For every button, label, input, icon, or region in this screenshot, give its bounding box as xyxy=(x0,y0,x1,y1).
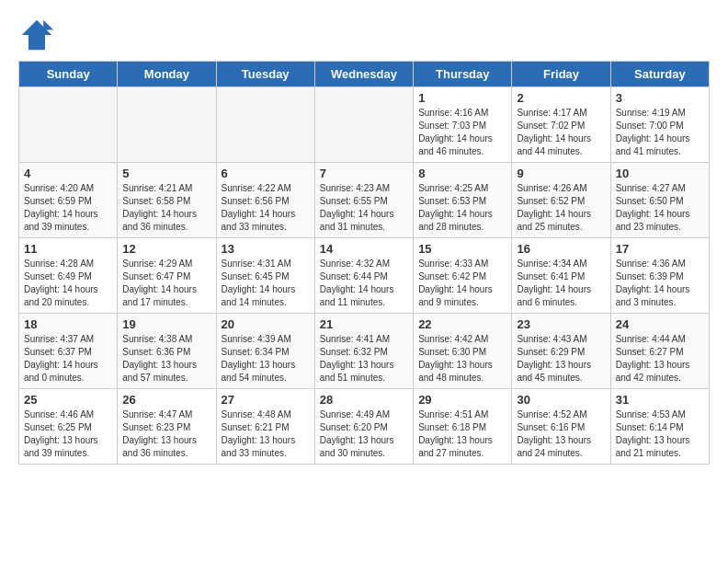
day-info: Sunrise: 4:29 AM Sunset: 6:47 PM Dayligh… xyxy=(122,258,210,309)
calendar-day-cell: 12Sunrise: 4:29 AM Sunset: 6:47 PM Dayli… xyxy=(118,238,216,314)
calendar-day-cell: 17Sunrise: 4:36 AM Sunset: 6:39 PM Dayli… xyxy=(610,238,709,314)
day-info: Sunrise: 4:23 AM Sunset: 6:55 PM Dayligh… xyxy=(320,182,408,234)
calendar-day-cell xyxy=(216,87,314,163)
day-number: 9 xyxy=(517,167,605,180)
calendar-day-header: Thursday xyxy=(414,62,512,87)
day-info: Sunrise: 4:46 AM Sunset: 6:25 PM Dayligh… xyxy=(24,408,112,460)
calendar-day-cell: 7Sunrise: 4:23 AM Sunset: 6:55 PM Daylig… xyxy=(314,163,413,238)
day-number: 22 xyxy=(418,317,506,331)
day-info: Sunrise: 4:19 AM Sunset: 7:00 PM Dayligh… xyxy=(616,107,704,158)
calendar-day-header: Tuesday xyxy=(216,62,314,87)
day-number: 18 xyxy=(24,317,112,331)
header xyxy=(18,18,710,52)
calendar-day-header: Saturday xyxy=(610,62,709,87)
day-number: 11 xyxy=(24,242,112,256)
calendar-day-cell: 4Sunrise: 4:20 AM Sunset: 6:59 PM Daylig… xyxy=(19,163,118,238)
calendar-day-cell: 3Sunrise: 4:19 AM Sunset: 7:00 PM Daylig… xyxy=(610,87,709,163)
day-info: Sunrise: 4:26 AM Sunset: 6:52 PM Dayligh… xyxy=(517,182,605,234)
day-info: Sunrise: 4:53 AM Sunset: 6:14 PM Dayligh… xyxy=(616,408,704,460)
calendar-day-cell: 21Sunrise: 4:41 AM Sunset: 6:32 PM Dayli… xyxy=(314,314,413,389)
day-number: 26 xyxy=(122,393,210,407)
day-info: Sunrise: 4:21 AM Sunset: 6:58 PM Dayligh… xyxy=(122,182,210,234)
calendar-day-cell: 27Sunrise: 4:48 AM Sunset: 6:21 PM Dayli… xyxy=(216,389,314,465)
calendar-day-cell: 10Sunrise: 4:27 AM Sunset: 6:50 PM Dayli… xyxy=(610,163,709,238)
day-info: Sunrise: 4:49 AM Sunset: 6:20 PM Dayligh… xyxy=(320,408,408,460)
day-info: Sunrise: 4:28 AM Sunset: 6:49 PM Dayligh… xyxy=(24,258,112,309)
day-number: 5 xyxy=(122,167,210,180)
calendar-day-cell: 8Sunrise: 4:25 AM Sunset: 6:53 PM Daylig… xyxy=(414,163,512,238)
day-number: 3 xyxy=(616,91,704,105)
calendar-day-cell: 2Sunrise: 4:17 AM Sunset: 7:02 PM Daylig… xyxy=(512,87,610,163)
day-number: 4 xyxy=(24,167,112,180)
calendar-day-cell: 31Sunrise: 4:53 AM Sunset: 6:14 PM Dayli… xyxy=(610,389,709,465)
day-info: Sunrise: 4:38 AM Sunset: 6:36 PM Dayligh… xyxy=(122,333,210,385)
calendar-week-row: 25Sunrise: 4:46 AM Sunset: 6:25 PM Dayli… xyxy=(19,389,710,465)
calendar-day-cell: 30Sunrise: 4:52 AM Sunset: 6:16 PM Dayli… xyxy=(512,389,610,465)
day-info: Sunrise: 4:39 AM Sunset: 6:34 PM Dayligh… xyxy=(222,333,310,385)
day-info: Sunrise: 4:51 AM Sunset: 6:18 PM Dayligh… xyxy=(418,408,506,460)
day-number: 14 xyxy=(320,242,408,256)
calendar-day-header: Wednesday xyxy=(314,62,413,87)
day-number: 20 xyxy=(222,317,310,331)
day-number: 13 xyxy=(222,242,310,256)
day-number: 16 xyxy=(517,242,605,256)
calendar-day-cell: 29Sunrise: 4:51 AM Sunset: 6:18 PM Dayli… xyxy=(414,389,512,465)
calendar-day-cell xyxy=(118,87,216,163)
day-info: Sunrise: 4:42 AM Sunset: 6:30 PM Dayligh… xyxy=(418,333,506,385)
calendar-day-cell xyxy=(19,87,118,163)
day-info: Sunrise: 4:52 AM Sunset: 6:16 PM Dayligh… xyxy=(517,408,605,460)
calendar-day-cell: 22Sunrise: 4:42 AM Sunset: 6:30 PM Dayli… xyxy=(414,314,512,389)
day-number: 17 xyxy=(616,242,704,256)
day-info: Sunrise: 4:27 AM Sunset: 6:50 PM Dayligh… xyxy=(616,182,704,234)
calendar-day-cell: 1Sunrise: 4:16 AM Sunset: 7:03 PM Daylig… xyxy=(414,87,512,163)
day-number: 31 xyxy=(616,393,704,407)
day-info: Sunrise: 4:20 AM Sunset: 6:59 PM Dayligh… xyxy=(24,182,112,234)
calendar-week-row: 11Sunrise: 4:28 AM Sunset: 6:49 PM Dayli… xyxy=(19,238,710,314)
calendar-day-cell: 18Sunrise: 4:37 AM Sunset: 6:37 PM Dayli… xyxy=(19,314,118,389)
day-number: 12 xyxy=(122,242,210,256)
day-info: Sunrise: 4:36 AM Sunset: 6:39 PM Dayligh… xyxy=(616,258,704,309)
day-info: Sunrise: 4:34 AM Sunset: 6:41 PM Dayligh… xyxy=(517,258,605,309)
calendar-day-cell xyxy=(314,87,413,163)
day-number: 8 xyxy=(418,167,506,180)
calendar-day-cell: 19Sunrise: 4:38 AM Sunset: 6:36 PM Dayli… xyxy=(118,314,216,389)
day-info: Sunrise: 4:47 AM Sunset: 6:23 PM Dayligh… xyxy=(122,408,210,460)
day-info: Sunrise: 4:32 AM Sunset: 6:44 PM Dayligh… xyxy=(320,258,408,309)
day-number: 10 xyxy=(616,167,704,180)
day-info: Sunrise: 4:17 AM Sunset: 7:02 PM Dayligh… xyxy=(517,107,605,158)
calendar-day-cell: 20Sunrise: 4:39 AM Sunset: 6:34 PM Dayli… xyxy=(216,314,314,389)
logo xyxy=(18,18,53,52)
day-info: Sunrise: 4:43 AM Sunset: 6:29 PM Dayligh… xyxy=(517,333,605,385)
day-info: Sunrise: 4:16 AM Sunset: 7:03 PM Dayligh… xyxy=(418,107,506,158)
page-container: SundayMondayTuesdayWednesdayThursdayFrid… xyxy=(0,0,728,474)
calendar-day-cell: 26Sunrise: 4:47 AM Sunset: 6:23 PM Dayli… xyxy=(118,389,216,465)
calendar-day-cell: 5Sunrise: 4:21 AM Sunset: 6:58 PM Daylig… xyxy=(118,163,216,238)
calendar-day-cell: 13Sunrise: 4:31 AM Sunset: 6:45 PM Dayli… xyxy=(216,238,314,314)
day-number: 29 xyxy=(418,393,506,407)
day-number: 28 xyxy=(320,393,408,407)
calendar-header-row: SundayMondayTuesdayWednesdayThursdayFrid… xyxy=(19,62,710,87)
day-info: Sunrise: 4:25 AM Sunset: 6:53 PM Dayligh… xyxy=(418,182,506,234)
day-number: 21 xyxy=(320,317,408,331)
day-info: Sunrise: 4:37 AM Sunset: 6:37 PM Dayligh… xyxy=(24,333,112,385)
day-info: Sunrise: 4:31 AM Sunset: 6:45 PM Dayligh… xyxy=(222,258,310,309)
calendar-day-cell: 9Sunrise: 4:26 AM Sunset: 6:52 PM Daylig… xyxy=(512,163,610,238)
calendar-week-row: 1Sunrise: 4:16 AM Sunset: 7:03 PM Daylig… xyxy=(19,87,710,163)
calendar-day-cell: 6Sunrise: 4:22 AM Sunset: 6:56 PM Daylig… xyxy=(216,163,314,238)
calendar-day-cell: 11Sunrise: 4:28 AM Sunset: 6:49 PM Dayli… xyxy=(19,238,118,314)
day-number: 25 xyxy=(24,393,112,407)
svg-marker-1 xyxy=(43,20,53,30)
calendar-day-cell: 23Sunrise: 4:43 AM Sunset: 6:29 PM Dayli… xyxy=(512,314,610,389)
calendar-table: SundayMondayTuesdayWednesdayThursdayFrid… xyxy=(18,61,710,465)
day-info: Sunrise: 4:48 AM Sunset: 6:21 PM Dayligh… xyxy=(222,408,310,460)
calendar-day-header: Friday xyxy=(512,62,610,87)
calendar-week-row: 4Sunrise: 4:20 AM Sunset: 6:59 PM Daylig… xyxy=(19,163,710,238)
day-number: 23 xyxy=(517,317,605,331)
calendar-day-cell: 15Sunrise: 4:33 AM Sunset: 6:42 PM Dayli… xyxy=(414,238,512,314)
day-number: 7 xyxy=(320,167,408,180)
day-number: 1 xyxy=(418,91,506,105)
day-info: Sunrise: 4:22 AM Sunset: 6:56 PM Dayligh… xyxy=(222,182,310,234)
calendar-day-cell: 28Sunrise: 4:49 AM Sunset: 6:20 PM Dayli… xyxy=(314,389,413,465)
logo-icon xyxy=(20,18,53,52)
calendar-day-header: Sunday xyxy=(19,62,118,87)
